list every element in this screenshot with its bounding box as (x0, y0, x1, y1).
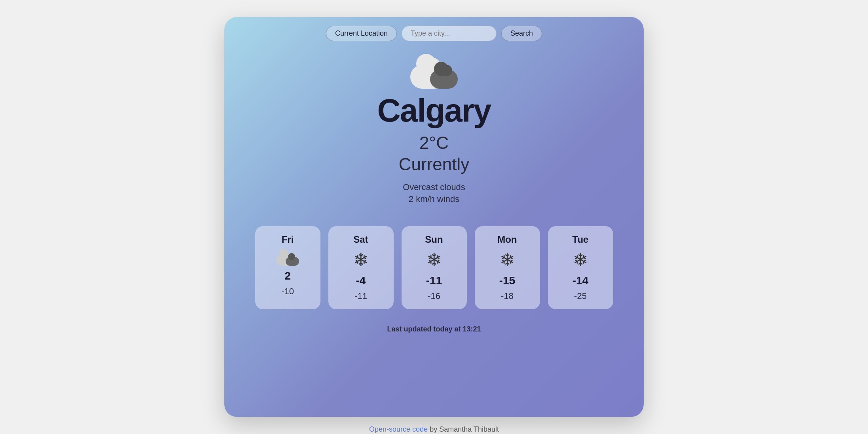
forecast-day: Sun (425, 234, 443, 245)
city-name: Calgary (377, 92, 491, 129)
currently-label: Currently (399, 154, 470, 174)
forecast-card-mon: Mon ❄ -15 -18 (475, 226, 540, 309)
forecast-high: -11 (426, 274, 442, 287)
forecast-low: -25 (574, 291, 587, 301)
forecast-low: -18 (501, 291, 514, 301)
forecast-day: Tue (572, 234, 589, 245)
forecast-high: -14 (572, 274, 588, 287)
forecast-card-sun: Sun ❄ -11 -16 (402, 226, 467, 309)
forecast-icon-cloudy (276, 249, 299, 266)
footer: Open-source code by Samantha Thibault (224, 425, 644, 434)
current-location-button[interactable]: Current Location (326, 26, 397, 41)
wind-info: 2 km/h winds (409, 194, 459, 204)
forecast-high: -4 (356, 274, 366, 287)
search-button[interactable]: Search (501, 26, 542, 41)
open-source-link[interactable]: Open-source code (369, 425, 428, 433)
author-text: by Samantha Thibault (428, 425, 499, 433)
current-temperature: 2°C (419, 133, 449, 153)
forecast-day: Sat (353, 234, 368, 245)
city-search-input[interactable] (402, 26, 497, 41)
forecast-low: -11 (354, 291, 367, 301)
current-weather-icon (410, 53, 458, 89)
forecast-icon-snow: ❄ (573, 249, 588, 270)
forecast-day: Fri (282, 234, 294, 245)
forecast-card-tue: Tue ❄ -14 -25 (548, 226, 613, 309)
forecast-icon-snow: ❄ (426, 249, 442, 270)
forecast-high: 2 (284, 270, 291, 282)
weather-app: Current Location Search Calgary 2°C Curr… (224, 17, 644, 417)
forecast-icon-snow: ❄ (353, 249, 369, 270)
forecast-low: -10 (281, 286, 294, 297)
cloud-dark-icon (430, 70, 458, 89)
forecast-card-fri: Fri 2 -10 (255, 226, 320, 309)
forecast-icon-snow: ❄ (500, 249, 515, 270)
forecast-row: Fri 2 -10 Sat ❄ -4 -11 Sun ❄ -11 -16 (243, 226, 625, 309)
top-bar: Current Location Search (224, 17, 644, 41)
forecast-card-sat: Sat ❄ -4 -11 (328, 226, 394, 309)
forecast-low: -16 (428, 291, 440, 301)
weather-description: Overcast clouds (403, 182, 465, 192)
last-updated: Last updated today at 13:21 (387, 325, 481, 333)
forecast-high: -15 (499, 274, 515, 287)
forecast-day: Mon (497, 234, 517, 245)
